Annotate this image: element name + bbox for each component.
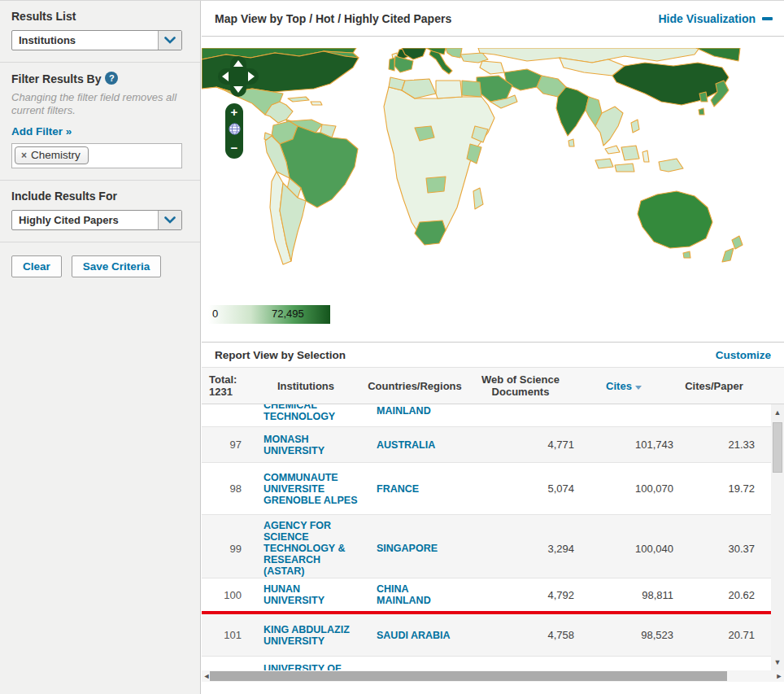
column-header-institutions: Institutions [249,380,363,392]
chevron-down-icon [158,31,181,50]
chevron-down-icon [158,211,181,229]
scroll-down-arrow-icon[interactable]: ▼ [771,656,784,669]
include-results-selected-value: Highly Cited Papers [12,214,158,226]
country-label: FRANCE [377,483,460,495]
column-header-cites-sort[interactable]: Cites [574,380,673,392]
institution-link[interactable]: AGENCY FOR SCIENCE TECHNOLOGY & RESEARCH… [264,520,358,577]
sidebar: Results List Institutions Filter Results… [0,1,201,694]
results-list-selected-value: Institutions [12,34,158,46]
add-filter-link[interactable]: Add Filter » [11,125,72,137]
pan-left-icon[interactable] [222,72,229,81]
country-label: SAUDI ARABIA [377,630,460,641]
filter-note: Changing the filter field removes all cu… [11,91,182,117]
table-row[interactable]: 101 KING ABDULAZIZ UNIVERSITY SAUDI ARAB… [202,614,771,657]
horizontal-scrollbar[interactable]: ◄ ► [202,670,784,682]
scroll-up-arrow-icon[interactable]: ▲ [771,406,784,419]
sort-caret-icon [635,386,642,390]
map-header: Map View by Top / Hot / Highly Cited Pap… [202,1,784,37]
map-zoom-control[interactable]: + − [225,103,243,159]
table-row[interactable]: 98 COMMUNAUTE UNIVERSITE GRENOBLE ALPES … [202,463,771,515]
table-scroll-viewport: CHEMICAL TECHNOLOGY MAINLAND 97 MONASH U… [202,404,784,682]
column-header-cites-per-paper: Cites/Paper [673,380,755,392]
results-list-section: Results List Institutions [0,1,200,63]
horizontal-scroll-thumb[interactable] [210,671,727,681]
report-header: Report View by Selection Customize [202,342,784,367]
table-rows: CHEMICAL TECHNOLOGY MAINLAND 97 MONASH U… [202,404,771,670]
table-header-row: Total: 1231 Institutions Countries/Regio… [202,367,784,404]
world-map-choropleth[interactable]: + − 0 72,495 [202,37,784,342]
institution-link[interactable]: COMMUNAUTE UNIVERSITE GRENOBLE ALPES [264,472,358,506]
table-row-highlighted[interactable]: 100 HUNAN UNIVERSITY CHINA MAINLAND 4,79… [202,578,771,614]
table-row[interactable]: 97 MONASH UNIVERSITY AUSTRALIA 4,771 101… [202,427,771,463]
hide-visualization-link[interactable]: Hide Visualization [658,12,773,25]
table-row[interactable]: 102 UNIVERSITY OF MANCHESTER ENGLAND 4,7… [202,657,771,670]
institution-link[interactable]: KING ABDULAZIZ UNIVERSITY [264,624,358,647]
clear-button[interactable]: Clear [11,255,62,277]
vertical-scrollbar[interactable]: ▲ ▼ [771,404,784,670]
map-pan-control[interactable] [218,56,259,97]
active-filters-box: × Chemistry [11,143,182,168]
table-row[interactable]: CHEMICAL TECHNOLOGY MAINLAND [202,404,771,427]
filter-chip-label: Chemistry [31,149,81,161]
legend-min-value: 0 [212,308,218,320]
remove-filter-icon[interactable]: × [21,150,27,161]
pan-down-icon[interactable] [233,86,243,93]
report-view-title: Report View by Selection [215,349,346,361]
country-label: AUSTRALIA [377,439,460,451]
institution-link[interactable]: HUNAN UNIVERSITY [264,583,358,606]
country-label: CHINA MAINLAND [377,583,460,606]
results-list-select[interactable]: Institutions [11,30,182,50]
customize-link[interactable]: Customize [716,349,771,361]
column-header-documents: Web of Science Documents [467,373,574,398]
include-results-heading: Include Results For [11,190,189,203]
country-label: SINGAPORE [377,543,460,554]
main-panel: Map View by Top / Hot / Highly Cited Pap… [202,1,784,694]
map-view-title: Map View by Top / Hot / Highly Cited Pap… [215,12,451,25]
filter-heading: Filter Results By? [11,72,189,85]
help-icon[interactable]: ? [105,72,118,85]
sidebar-buttons: Clear Save Criteria [0,242,200,290]
column-header-countries: Countries/Regions [363,380,467,392]
total-count: Total: 1231 [202,373,249,398]
zoom-in-button[interactable]: + [231,107,238,118]
filter-section: Filter Results By? Changing the filter f… [0,63,200,181]
globe-icon[interactable] [229,123,241,138]
country-label: MAINLAND [377,405,460,417]
institution-link[interactable]: CHEMICAL TECHNOLOGY [264,404,358,422]
save-criteria-button[interactable]: Save Criteria [72,255,162,277]
include-results-select[interactable]: Highly Cited Papers [11,210,182,230]
zoom-out-button[interactable]: − [231,142,238,154]
include-results-section: Include Results For Highly Cited Papers [0,181,200,242]
vertical-scroll-thumb[interactable] [773,422,782,473]
legend-max-value: 72,495 [272,308,304,320]
filter-chip-chemistry[interactable]: × Chemistry [15,146,89,164]
institution-link[interactable]: MONASH UNIVERSITY [264,434,358,456]
scroll-right-arrow-icon[interactable]: ► [774,670,784,682]
results-list-heading: Results List [11,10,189,23]
collapse-minus-icon [762,17,773,20]
map-color-legend: 0 72,495 [208,305,330,324]
table-row[interactable]: 99 AGENCY FOR SCIENCE TECHNOLOGY & RESEA… [202,515,771,578]
pan-right-icon[interactable] [248,72,255,81]
esi-page: Results List Institutions Filter Results… [0,0,784,694]
pan-up-icon[interactable] [233,60,243,67]
institution-link[interactable]: UNIVERSITY OF MANCHESTER [264,663,358,671]
world-map-svg [202,48,771,316]
